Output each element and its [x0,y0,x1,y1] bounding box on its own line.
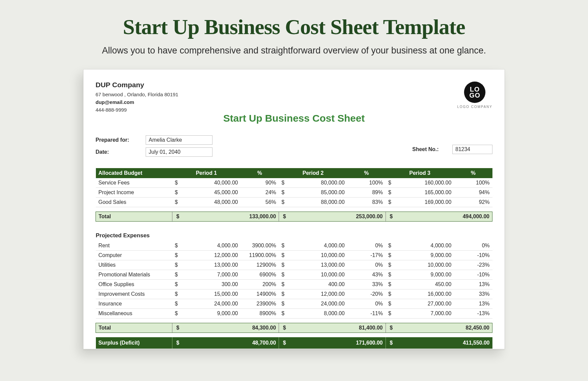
currency-symbol: $ [279,323,290,333]
currency-symbol: $ [172,212,183,222]
currency-symbol: $ [172,289,183,299]
currency-symbol: $ [279,188,290,198]
row-pct2: 33% [347,279,386,289]
row-label: Computer [96,250,172,260]
sheet-no-value[interactable]: 81234 [452,145,492,154]
row-pct2: 43% [347,270,386,279]
row-p1: 4,000.00 [183,241,241,251]
row-p1: 40,000.00 [183,178,241,188]
row-label: Service Fees [96,178,172,188]
table-row: Office Supplies$300.00200%$400.0033%$450… [96,279,492,289]
expenses-total-p3: 82,450.00 [397,323,492,333]
row-label: Rent [96,241,172,251]
currency-symbol: $ [279,212,290,222]
currency-symbol: $ [172,188,183,198]
currency-symbol: $ [279,299,290,308]
th-p3: Period 3 [386,168,454,178]
table-row: Service Fees$40,000.0090%$80,000.00100%$… [96,178,492,188]
th-p2: Period 2 [279,168,347,178]
currency-symbol: $ [172,337,183,349]
row-label: Office Supplies [96,279,172,289]
row-p1: 9,000.00 [183,308,241,318]
th-p1: Period 1 [172,168,241,178]
th-pct3: % [454,168,492,178]
row-pct1: 3900.00% [241,241,279,251]
row-p1: 45,000.00 [183,188,241,198]
cost-table: Allocated Budget Period 1 % Period 2 % P… [96,168,492,349]
row-pct2: 89% [347,188,386,198]
surplus-row: Surplus (Deficit) $ 48,700.00 $ 171,600.… [96,337,492,349]
currency-symbol: $ [279,270,290,279]
th-allocated: Allocated Budget [96,168,172,178]
currency-symbol: $ [172,323,183,333]
currency-symbol: $ [279,279,290,289]
row-pct2: 0% [347,241,386,251]
row-pct2: 83% [347,198,386,207]
currency-symbol: $ [172,241,183,251]
row-pct3: 0% [454,241,492,251]
currency-symbol: $ [172,250,183,260]
currency-symbol: $ [172,279,183,289]
expenses-total-p1: 84,300.00 [183,323,279,333]
currency-symbol: $ [386,299,397,308]
row-label: Improvement Costs [96,289,172,299]
currency-symbol: $ [279,260,290,270]
company-address: 67 benwood , Orlando, Florida 80191 [96,92,178,97]
row-pct2: -11% [347,308,386,318]
row-pct2: 0% [347,299,386,308]
surplus-p1: 48,700.00 [183,337,279,349]
row-p3: 165,000.00 [397,188,454,198]
currency-symbol: $ [386,289,397,299]
table-row: Insurance$24,000.0023900%$24,000.000%$27… [96,299,492,308]
surplus-label: Surplus (Deficit) [96,337,172,349]
row-pct3: -10% [454,250,492,260]
row-p2: 12,000.00 [290,289,347,299]
row-pct3: 13% [454,279,492,289]
expenses-total-label: Total [96,323,172,333]
row-pct1: 14900% [241,289,279,299]
table-row: Computer$12,000.0011900.00%$10,000.00-17… [96,250,492,260]
row-pct3: 94% [454,188,492,198]
row-p2: 10,000.00 [290,270,347,279]
currency-symbol: $ [386,323,397,333]
currency-symbol: $ [386,250,397,260]
row-label: Utilities [96,260,172,270]
page-title: Start Up Business Cost Sheet Template [0,0,588,39]
currency-symbol: $ [386,188,397,198]
expenses-total-row: Total $ 84,300.00 $ 81,400.00 $ 82,450.0… [96,323,492,333]
currency-symbol: $ [386,178,397,188]
row-p1: 24,000.00 [183,299,241,308]
row-pct3: 100% [454,178,492,188]
table-row: Miscellaneous$9,000.008900%$8,000.00-11%… [96,308,492,318]
surplus-p3: 411,550.00 [397,337,492,349]
currency-symbol: $ [279,308,290,318]
row-pct3: -23% [454,260,492,270]
row-p3: 450.00 [397,279,454,289]
prepared-for-label: Prepared for: [96,137,142,143]
prepared-for-value[interactable]: Amelia Clarke [146,135,212,145]
row-pct1: 24% [241,188,279,198]
currency-symbol: $ [279,289,290,299]
page-subtitle: Allows you to have comprehensive and str… [0,45,588,56]
currency-symbol: $ [386,260,397,270]
logo-text-bottom: GO [469,92,480,98]
row-p2: 85,000.00 [290,188,347,198]
row-pct1: 8900% [241,308,279,318]
logo: LO GO LOGO COMPANY [457,82,493,109]
row-p1: 7,000.00 [183,270,241,279]
row-p1: 13,000.00 [183,260,241,270]
company-email: dup@email.com [96,99,178,105]
row-pct2: -20% [347,289,386,299]
row-label: Project Income [96,188,172,198]
row-p3: 160,000.00 [397,178,454,188]
row-p1: 15,000.00 [183,289,241,299]
row-p3: 10,000.00 [397,260,454,270]
row-p2: 4,000.00 [290,241,347,251]
date-value[interactable]: July 01, 2040 [146,147,212,157]
row-label: Insurance [96,299,172,308]
row-p3: 27,000.00 [397,299,454,308]
row-p2: 400.00 [290,279,347,289]
expenses-total-p2: 81,400.00 [290,323,386,333]
row-pct2: -17% [347,250,386,260]
currency-symbol: $ [386,198,397,207]
